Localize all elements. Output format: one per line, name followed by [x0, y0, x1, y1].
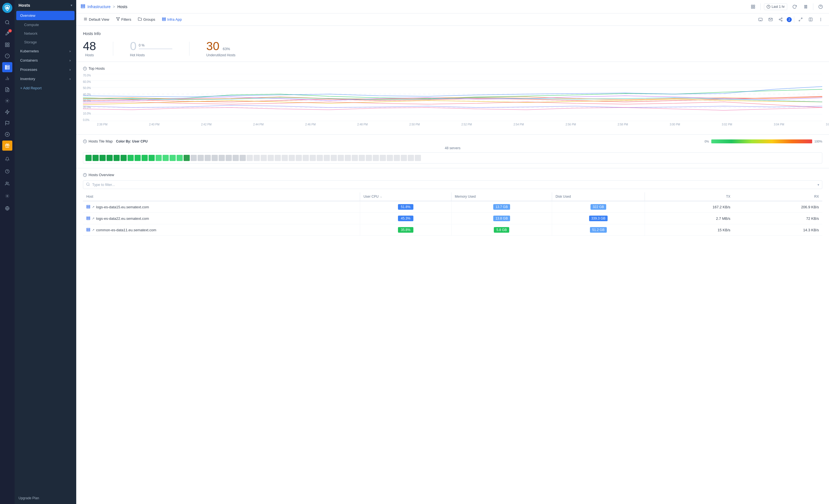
- sidebar-item-add-report[interactable]: + Add Report: [16, 84, 75, 92]
- tile[interactable]: [205, 155, 211, 161]
- tile[interactable]: [345, 155, 351, 161]
- tile[interactable]: [190, 155, 197, 161]
- sidebar-item-network[interactable]: Network: [16, 29, 75, 38]
- col-host[interactable]: Host: [83, 192, 360, 201]
- tile[interactable]: [155, 155, 162, 161]
- sidebar-item-storage[interactable]: Storage: [16, 38, 75, 46]
- tile[interactable]: [380, 155, 386, 161]
- tile[interactable]: [107, 155, 113, 161]
- tile[interactable]: [254, 155, 260, 161]
- app-logo[interactable]: [2, 3, 12, 13]
- nav-icon-dashboard[interactable]: [2, 40, 12, 50]
- split-view-icon[interactable]: [806, 16, 815, 24]
- default-view-button[interactable]: Default View: [81, 16, 112, 23]
- nav-icon-search[interactable]: [2, 17, 12, 28]
- tile[interactable]: [163, 155, 169, 161]
- filter-input[interactable]: [92, 183, 815, 187]
- tile[interactable]: [226, 155, 232, 161]
- tile[interactable]: [387, 155, 393, 161]
- tile[interactable]: [268, 155, 274, 161]
- tile[interactable]: [184, 155, 190, 161]
- tile[interactable]: [296, 155, 302, 161]
- sidebar-item-overview[interactable]: Overview: [16, 11, 75, 20]
- sidebar-item-compute[interactable]: Compute: [16, 21, 75, 29]
- tile[interactable]: [317, 155, 323, 161]
- groups-button[interactable]: Groups: [135, 16, 158, 23]
- email-icon[interactable]: [766, 16, 774, 24]
- col-memory-used[interactable]: Memory Used: [451, 192, 552, 201]
- tile[interactable]: [289, 155, 295, 161]
- nav-icon-alert[interactable]: [2, 51, 12, 61]
- tile[interactable]: [324, 155, 330, 161]
- nav-icon-integrations[interactable]: [2, 96, 12, 106]
- nav-icon-logs[interactable]: [2, 84, 12, 94]
- host-name-1[interactable]: logs-es-data15.eu.sematext.com: [96, 205, 149, 209]
- tile[interactable]: [247, 155, 253, 161]
- tile[interactable]: [93, 155, 99, 161]
- tile[interactable]: [373, 155, 379, 161]
- help-icon[interactable]: [817, 3, 825, 11]
- tile[interactable]: [261, 155, 267, 161]
- tile[interactable]: [310, 155, 316, 161]
- tile[interactable]: [120, 155, 127, 161]
- keyboard-icon[interactable]: [756, 16, 764, 24]
- col-disk-used[interactable]: Disk Used: [552, 192, 645, 201]
- nav-icon-rocket[interactable]: !: [2, 29, 12, 39]
- col-user-cpu[interactable]: User CPU ↓: [360, 192, 451, 201]
- sidebar-item-kubernetes[interactable]: Kubernetes ›: [16, 47, 75, 55]
- infra-app-button[interactable]: Infra App: [159, 16, 185, 23]
- filter-bar[interactable]: ▾: [83, 180, 822, 189]
- notification-badge[interactable]: 2: [787, 17, 792, 22]
- sidebar-item-containers[interactable]: Containers ›: [16, 56, 75, 65]
- sidebar-item-processes[interactable]: Processes ›: [16, 65, 75, 74]
- nav-icon-charts[interactable]: [2, 73, 12, 83]
- tile[interactable]: [232, 155, 239, 161]
- tile[interactable]: [352, 155, 358, 161]
- tile[interactable]: [212, 155, 218, 161]
- col-tx[interactable]: TX: [645, 192, 734, 201]
- tile[interactable]: [401, 155, 407, 161]
- tile[interactable]: [303, 155, 309, 161]
- tile[interactable]: [142, 155, 148, 161]
- nav-icon-flag[interactable]: [2, 118, 12, 128]
- tile[interactable]: [338, 155, 344, 161]
- nav-icon-plugins[interactable]: [2, 129, 12, 140]
- grid-layout-icon[interactable]: [749, 3, 757, 11]
- tile[interactable]: [331, 155, 337, 161]
- bell-icon[interactable]: [2, 154, 12, 164]
- sidebar-item-inventory[interactable]: Inventory ›: [16, 75, 75, 83]
- tile[interactable]: [128, 155, 134, 161]
- tile[interactable]: [275, 155, 281, 161]
- tile[interactable]: [100, 155, 106, 161]
- tile[interactable]: [359, 155, 365, 161]
- tile[interactable]: [113, 155, 120, 161]
- host-name-2[interactable]: logs-es-data22.eu.sematext.com: [96, 217, 149, 221]
- host-name-3[interactable]: common-es-data11.eu.sematext.com: [96, 228, 156, 232]
- upgrade-plan-button[interactable]: Upgrade Plan: [19, 496, 72, 500]
- tile[interactable]: [85, 155, 92, 161]
- tile[interactable]: [415, 155, 421, 161]
- tile[interactable]: [219, 155, 225, 161]
- settings-icon[interactable]: [2, 191, 12, 201]
- tile[interactable]: [148, 155, 155, 161]
- question-icon[interactable]: [2, 166, 12, 177]
- expand-icon[interactable]: [796, 16, 804, 24]
- tile[interactable]: [177, 155, 183, 161]
- nav-icon-correlate[interactable]: [2, 107, 12, 117]
- tile[interactable]: [240, 155, 246, 161]
- pause-icon[interactable]: [802, 3, 810, 11]
- tile[interactable]: [135, 155, 141, 161]
- col-rx[interactable]: RX: [734, 192, 822, 201]
- tile[interactable]: [282, 155, 288, 161]
- tile[interactable]: [366, 155, 372, 161]
- nav-header-chevron-icon[interactable]: ▾: [71, 3, 72, 7]
- tile[interactable]: [394, 155, 400, 161]
- share-icon[interactable]: [777, 16, 785, 24]
- filters-button[interactable]: Filters: [113, 16, 134, 23]
- refresh-icon[interactable]: [791, 3, 798, 11]
- team-icon[interactable]: [2, 179, 12, 189]
- nav-icon-infrastructure[interactable]: [2, 62, 12, 72]
- tile[interactable]: [408, 155, 414, 161]
- more-options-icon[interactable]: [817, 16, 825, 24]
- tile[interactable]: [197, 155, 204, 161]
